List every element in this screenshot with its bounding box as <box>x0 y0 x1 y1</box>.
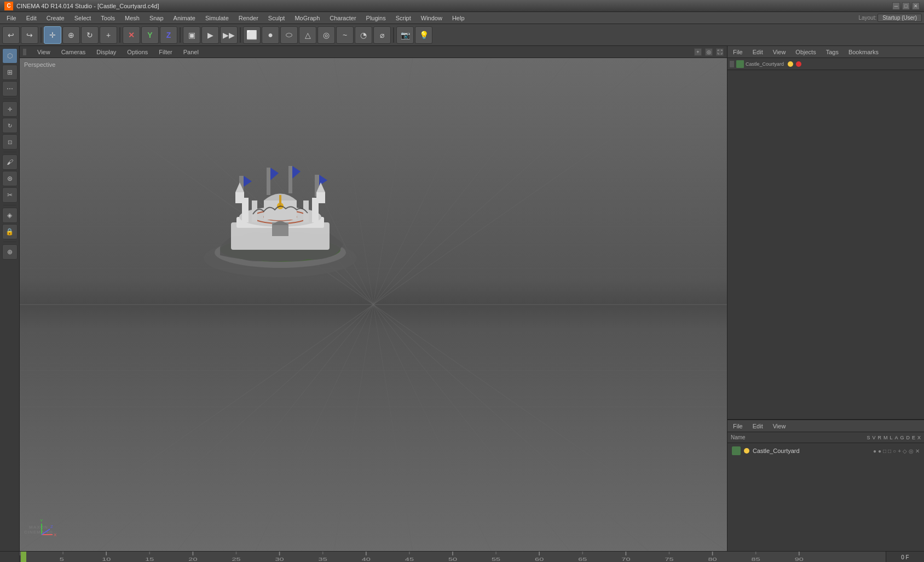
attr-icon-2[interactable]: ● <box>878 448 881 454</box>
timeline-playhead[interactable] <box>21 551 26 562</box>
light-button[interactable]: 💡 <box>415 26 432 44</box>
menu-script[interactable]: Script <box>391 14 415 22</box>
polygon-select-tool[interactable]: ⊞ <box>2 65 18 80</box>
obj-menu-edit[interactable]: Edit <box>750 48 765 56</box>
menu-animate[interactable]: Animate <box>169 14 200 22</box>
sphere-button[interactable]: ● <box>262 26 279 44</box>
viewport-canvas[interactable]: Perspective X Y Z MAXON CINEMA 4D <box>20 58 727 551</box>
viewport-menu-panel[interactable]: Panel <box>181 48 201 56</box>
obj-color-2 <box>796 61 801 67</box>
render-active-button[interactable]: ▶ <box>201 26 219 44</box>
torus-button[interactable]: ◎ <box>317 26 335 44</box>
menu-tools[interactable]: Tools <box>96 14 119 22</box>
menu-sculpt[interactable]: Sculpt <box>264 14 290 22</box>
attr-icon-6[interactable]: + <box>898 448 901 454</box>
y-axis-button[interactable]: Y <box>141 26 159 44</box>
scale-tool-button[interactable]: ⊕ <box>62 26 80 44</box>
title-text: CINEMA 4D R14.014 Studio - [Castle_Court… <box>16 3 892 9</box>
undo-button[interactable]: ↩ <box>2 26 20 44</box>
axis-tool[interactable]: ⊕ <box>2 244 18 260</box>
scene-label: Castle_Courtyard <box>746 61 784 67</box>
spline-button[interactable]: ~ <box>336 26 354 44</box>
menu-render[interactable]: Render <box>234 14 263 22</box>
cube-button[interactable]: ⬜ <box>243 26 261 44</box>
timeline-track[interactable]: 0 5 10 15 20 25 30 35 40 45 50 <box>20 551 886 562</box>
viewport-menu-cameras[interactable]: Cameras <box>59 48 88 56</box>
attr-object-row[interactable]: Castle_Courtyard ● ● □ □ ○ + ◇ ◎ ✕ <box>730 445 922 456</box>
viewport-ctrl-1[interactable]: + <box>694 48 702 56</box>
attr-icon-7[interactable]: ◇ <box>903 448 907 454</box>
select-model-tool[interactable]: ⬡ <box>2 48 18 64</box>
render-all-button[interactable]: ▶▶ <box>220 26 238 44</box>
svg-text:60: 60 <box>535 557 544 562</box>
obj-toolbar-btn-1[interactable] <box>736 60 744 68</box>
menu-select[interactable]: Select <box>70 14 96 22</box>
timeline-left-margin <box>0 551 20 562</box>
window-controls[interactable]: ─ □ ✕ <box>892 2 920 10</box>
close-button[interactable]: ✕ <box>912 2 920 10</box>
obj-menu-tags[interactable]: Tags <box>824 48 841 56</box>
attr-icon-1[interactable]: ● <box>873 448 876 454</box>
cone-button[interactable]: △ <box>299 26 316 44</box>
attr-icon-8[interactable]: ◎ <box>909 448 914 454</box>
texture-tool[interactable]: ◈ <box>2 208 18 223</box>
maximize-button[interactable]: □ <box>902 2 910 10</box>
svg-text:45: 45 <box>405 557 414 562</box>
menu-mograph[interactable]: MoGraph <box>290 14 324 22</box>
obj-menu-file[interactable]: File <box>731 48 745 56</box>
x-axis-button[interactable]: ✕ <box>123 26 140 44</box>
knife-tool[interactable]: ✂ <box>2 187 18 203</box>
move-tool-button[interactable]: ✛ <box>44 26 61 44</box>
attr-icon-9[interactable]: ✕ <box>915 448 920 454</box>
add-object-button[interactable]: + <box>100 26 117 44</box>
viewport-menu-view[interactable]: View <box>35 48 53 56</box>
menu-snap[interactable]: Snap <box>145 14 168 22</box>
camera-button[interactable]: 📷 <box>396 26 414 44</box>
menu-create[interactable]: Create <box>42 14 69 22</box>
redo-button[interactable]: ↪ <box>21 26 38 44</box>
viewport-drag-handle[interactable] <box>23 49 26 55</box>
rotate-tool-button[interactable]: ↻ <box>81 26 99 44</box>
viewport-menu-filter[interactable]: Filter <box>157 48 174 56</box>
svg-text:65: 65 <box>578 557 587 562</box>
paint-tool[interactable]: 🖌 <box>2 154 18 170</box>
deformer-button[interactable]: ⌀ <box>373 26 391 44</box>
svg-text:15: 15 <box>145 557 154 562</box>
layout-value[interactable]: Startup (User) <box>877 14 922 22</box>
menu-plugins[interactable]: Plugins <box>362 14 390 22</box>
tool-sep-2 <box>3 152 16 152</box>
menu-character[interactable]: Character <box>325 14 360 22</box>
menu-simulate[interactable]: Simulate <box>201 14 233 22</box>
edge-select-tool[interactable]: ⋯ <box>2 81 18 96</box>
menu-mesh[interactable]: Mesh <box>120 14 144 22</box>
cylinder-button[interactable]: ⬭ <box>280 26 298 44</box>
viewport-ctrl-2[interactable]: ◎ <box>705 48 713 56</box>
svg-marker-47 <box>270 168 279 180</box>
scale-tool[interactable]: ⊡ <box>2 134 18 150</box>
attr-menu-edit[interactable]: Edit <box>750 422 765 431</box>
lock-tool[interactable]: 🔒 <box>2 224 18 239</box>
nurbs-button[interactable]: ◔ <box>355 26 372 44</box>
magnet-tool[interactable]: ⊛ <box>2 171 18 186</box>
viewport-ctrl-expand[interactable]: ⛶ <box>716 48 724 56</box>
attr-menu-file[interactable]: File <box>731 422 745 431</box>
obj-menu-objects[interactable]: Objects <box>793 48 818 56</box>
attr-icon-4[interactable]: □ <box>888 448 891 454</box>
menu-file[interactable]: File <box>2 14 21 22</box>
viewport-menu-display[interactable]: Display <box>94 48 118 56</box>
attr-icon-3[interactable]: □ <box>883 448 886 454</box>
menu-window[interactable]: Window <box>417 14 447 22</box>
obj-menu-bookmarks[interactable]: Bookmarks <box>846 48 881 56</box>
z-axis-button[interactable]: Z <box>160 26 177 44</box>
rotate-tool[interactable]: ↻ <box>2 118 18 133</box>
attr-menu-view[interactable]: View <box>771 422 788 431</box>
minimize-button[interactable]: ─ <box>892 2 900 10</box>
menu-help[interactable]: Help <box>448 14 469 22</box>
attr-icon-5[interactable]: ○ <box>893 448 896 454</box>
viewport-menu-options[interactable]: Options <box>125 48 150 56</box>
obj-menu-view[interactable]: View <box>771 48 788 56</box>
move-tool[interactable]: ✛ <box>2 101 18 117</box>
svg-text:40: 40 <box>362 557 371 562</box>
menu-edit[interactable]: Edit <box>22 14 41 22</box>
render-region-button[interactable]: ▣ <box>183 26 200 44</box>
